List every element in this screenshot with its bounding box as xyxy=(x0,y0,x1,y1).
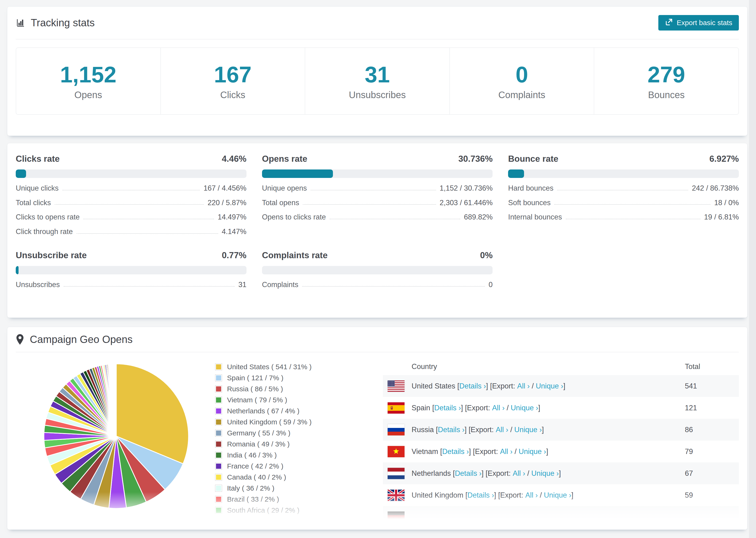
export-basic-stats-button[interactable]: Export basic stats xyxy=(658,15,739,30)
legend-item[interactable]: Spain ( 121 / 7% ) xyxy=(215,374,374,382)
details-link[interactable]: Details › xyxy=(467,491,494,500)
stat-value: 0 xyxy=(450,63,594,86)
table-row: United Kingdom [Details ›] [Export: All … xyxy=(383,484,739,506)
table-row: Netherlands [Details ›] [Export: All › /… xyxy=(383,462,739,484)
slash-text: / xyxy=(505,404,511,412)
legend-item[interactable]: South Africa ( 29 / 2% ) xyxy=(215,506,374,514)
rate-detail-row: Total opens 2,303 / 61.446% xyxy=(262,198,493,207)
rate-row-label: Complaints xyxy=(262,281,298,289)
rate-title: Bounce rate xyxy=(508,154,558,164)
country-name: United States xyxy=(411,382,458,390)
legend-swatch xyxy=(215,496,222,503)
bracket-text: ] [ xyxy=(465,426,471,434)
total-cell: 121 xyxy=(685,404,739,412)
dotted-leader xyxy=(554,204,711,205)
export-unique-link[interactable]: Unique › xyxy=(531,469,559,478)
rate-row-value: 689.82% xyxy=(464,213,493,221)
flag-gb-icon xyxy=(388,490,405,501)
legend-item[interactable]: Netherlands ( 67 / 4% ) xyxy=(215,407,374,415)
dotted-leader xyxy=(330,219,460,219)
legend-label: Italy ( 36 / 2% ) xyxy=(227,484,274,492)
legend-item[interactable]: Germany ( 55 / 3% ) xyxy=(215,429,374,437)
export-unique-link[interactable]: Unique › xyxy=(544,491,571,500)
flag-es-icon xyxy=(388,402,405,413)
legend-item[interactable]: Vietnam ( 79 / 5% ) xyxy=(215,396,374,404)
export-all-link[interactable]: All › xyxy=(492,404,505,412)
country-cell: Netherlands [Details ›] [Export: All › /… xyxy=(383,468,685,479)
rate-row-label: Unique clicks xyxy=(16,184,59,192)
rate-row-value: 2,303 / 61.446% xyxy=(440,198,493,207)
details-link[interactable]: Details › xyxy=(455,469,482,478)
rate-block: Complaints rate 0% Complaints 0 xyxy=(262,250,493,289)
bracket-text: ] xyxy=(571,491,573,500)
legend-label: Russia ( 86 / 5% ) xyxy=(227,385,283,393)
dotted-leader xyxy=(311,190,436,190)
total-cell: 59 xyxy=(685,491,739,500)
stat-box: 279 Bounces xyxy=(594,48,738,114)
rate-block: Clicks rate 4.46% Unique clicks 167 / 4.… xyxy=(16,154,246,236)
rate-row-label: Internal bounces xyxy=(508,213,562,221)
legend-swatch xyxy=(215,507,222,513)
legend-swatch xyxy=(215,485,222,492)
export-all-link[interactable]: All › xyxy=(517,382,530,390)
export-prefix-text: Export: xyxy=(500,491,525,500)
export-all-link[interactable]: All › xyxy=(500,447,513,456)
rate-row-value: 0 xyxy=(489,281,493,289)
export-all-link[interactable]: All › xyxy=(496,426,508,434)
export-unique-link[interactable]: Unique › xyxy=(514,426,542,434)
export-unique-link[interactable]: Unique › xyxy=(519,447,546,456)
legend-item[interactable]: India ( 46 / 3% ) xyxy=(215,451,374,459)
legend-item[interactable]: United States ( 541 / 31% ) xyxy=(215,363,374,371)
legend-label: India ( 46 / 3% ) xyxy=(227,451,277,459)
export-all-link[interactable]: All › xyxy=(525,491,538,500)
rate-detail-row: Complaints 0 xyxy=(262,281,493,289)
legend-item[interactable]: Canada ( 40 / 2% ) xyxy=(215,473,374,481)
dashboard-page: Tracking stats Export basic stats 1,152 … xyxy=(0,0,756,538)
legend-label: South Africa ( 29 / 2% ) xyxy=(227,506,299,514)
legend-item[interactable]: Italy ( 36 / 2% ) xyxy=(215,484,374,492)
pie-slice xyxy=(116,364,116,436)
slash-text: / xyxy=(508,426,514,434)
rate-detail-row: Unique clicks 167 / 4.456% xyxy=(16,184,246,192)
legend-item[interactable]: Brazil ( 33 / 2% ) xyxy=(215,495,374,503)
rate-value: 0% xyxy=(480,250,493,260)
export-unique-link[interactable]: Unique › xyxy=(536,382,563,390)
details-link[interactable]: Details › xyxy=(434,404,461,412)
page-scrollbar[interactable] xyxy=(749,0,756,538)
stats-summary-row: 1,152 Opens 167 Clicks 31 Unsubscribes 0… xyxy=(16,47,739,115)
geo-title: Campaign Geo Opens xyxy=(30,334,133,345)
details-link[interactable]: Details › xyxy=(438,426,465,434)
bar-chart-icon xyxy=(16,18,25,27)
export-button-label: Export basic stats xyxy=(676,19,732,27)
bracket-text: ] [ xyxy=(482,469,488,478)
legend-swatch xyxy=(215,364,222,370)
column-header-country: Country xyxy=(383,362,685,371)
export-all-link[interactable]: All › xyxy=(513,469,525,478)
details-link[interactable]: Details › xyxy=(442,447,469,456)
geo-title-wrap: Campaign Geo Opens xyxy=(16,334,133,345)
legend-item[interactable]: Russia ( 86 / 5% ) xyxy=(215,385,374,393)
rates-card: Clicks rate 4.46% Unique clicks 167 / 4.… xyxy=(7,143,747,318)
rate-title: Complaints rate xyxy=(262,250,328,260)
legend-label: Vietnam ( 79 / 5% ) xyxy=(227,396,287,404)
legend-item[interactable]: France ( 42 / 2% ) xyxy=(215,462,374,470)
tracking-stats-header: Tracking stats Export basic stats xyxy=(16,7,739,39)
bracket-text: [ xyxy=(465,491,467,500)
rate-row-label: Soft bounces xyxy=(508,198,551,207)
rate-progress-fill xyxy=(16,170,26,178)
table-row: Vietnam [Details ›] [Export: All › / Uni… xyxy=(383,441,739,462)
export-unique-link[interactable]: Unique › xyxy=(511,404,538,412)
rate-value: 0.77% xyxy=(222,250,246,260)
details-link[interactable]: Details › xyxy=(459,382,486,390)
legend-item[interactable]: United Kingdom ( 59 / 3% ) xyxy=(215,418,374,426)
rate-row-value: 1,152 / 30.736% xyxy=(440,184,493,192)
rate-detail-rows: Hard bounces 242 / 86.738% Soft bounces … xyxy=(508,184,739,221)
rate-detail-row: Unique opens 1,152 / 30.736% xyxy=(262,184,493,192)
legend-item[interactable]: Romania ( 49 / 3% ) xyxy=(215,440,374,448)
rate-detail-rows: Unique opens 1,152 / 30.736% Total opens… xyxy=(262,184,493,221)
stat-box: 167 Clicks xyxy=(161,48,305,114)
export-prefix-text: Export: xyxy=(471,426,496,434)
country-name: Spain xyxy=(411,404,432,412)
stat-value: 279 xyxy=(594,63,738,86)
rate-detail-row: Opens to clicks rate 689.82% xyxy=(262,213,493,221)
